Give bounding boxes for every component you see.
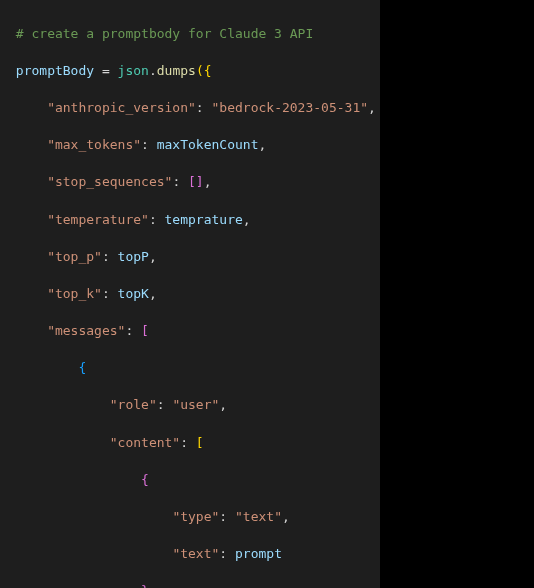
code-line: "max_tokens": maxTokenCount, bbox=[8, 136, 372, 155]
colon-token: : bbox=[219, 509, 235, 524]
string-key-token: "role" bbox=[110, 397, 157, 412]
punct-token: . bbox=[149, 63, 157, 78]
string-key-token: "anthropic_version" bbox=[47, 100, 196, 115]
code-line: "messages": [ bbox=[8, 322, 372, 341]
comma-token: , bbox=[149, 249, 157, 264]
identifier-token: topP bbox=[118, 249, 149, 264]
brace-token: { bbox=[78, 360, 86, 375]
string-key-token: "top_k" bbox=[47, 286, 102, 301]
colon-token: : bbox=[102, 249, 118, 264]
string-key-token: "text" bbox=[172, 546, 219, 561]
brace-token: { bbox=[141, 472, 149, 487]
string-value-token: "user" bbox=[172, 397, 219, 412]
colon-token: : bbox=[180, 435, 196, 450]
function-token: dumps bbox=[157, 63, 196, 78]
string-key-token: "messages" bbox=[47, 323, 125, 338]
colon-token: : bbox=[149, 212, 165, 227]
code-line: "temperature": temprature, bbox=[8, 211, 372, 230]
code-line: { bbox=[8, 359, 372, 378]
comma-token: , bbox=[149, 583, 157, 588]
bracket-token: ({ bbox=[196, 63, 212, 78]
identifier-token: temprature bbox=[165, 212, 243, 227]
code-block-promptbody: # create a promptbody for Claude 3 API p… bbox=[0, 0, 380, 588]
comma-token: , bbox=[243, 212, 251, 227]
code-line: "top_p": topP, bbox=[8, 248, 372, 267]
identifier-token: topK bbox=[118, 286, 149, 301]
bracket-token: ] bbox=[196, 174, 204, 189]
comma-token: , bbox=[368, 100, 376, 115]
colon-token: : bbox=[102, 286, 118, 301]
string-key-token: "top_p" bbox=[47, 249, 102, 264]
code-line: }, bbox=[8, 582, 372, 588]
string-key-token: "type" bbox=[172, 509, 219, 524]
bracket-token: [ bbox=[196, 435, 204, 450]
colon-token: : bbox=[219, 546, 235, 561]
bracket-token: [ bbox=[141, 323, 149, 338]
code-line: "role": "user", bbox=[8, 396, 372, 415]
string-key-token: "temperature" bbox=[47, 212, 149, 227]
operator-token: = bbox=[94, 63, 117, 78]
comma-token: , bbox=[204, 174, 212, 189]
comma-token: , bbox=[219, 397, 227, 412]
identifier-token: maxTokenCount bbox=[157, 137, 259, 152]
colon-token: : bbox=[125, 323, 141, 338]
variable-token: promptBody bbox=[16, 63, 94, 78]
bracket-token: [ bbox=[188, 174, 196, 189]
string-key-token: "stop_sequences" bbox=[47, 174, 172, 189]
code-line: { bbox=[8, 471, 372, 490]
colon-token: : bbox=[172, 174, 188, 189]
identifier-token: prompt bbox=[235, 546, 282, 561]
colon-token: : bbox=[141, 137, 157, 152]
comma-token: , bbox=[258, 137, 266, 152]
code-line: "stop_sequences": [], bbox=[8, 173, 372, 192]
brace-token: } bbox=[141, 583, 149, 588]
code-line: "content": [ bbox=[8, 434, 372, 453]
comma-token: , bbox=[149, 286, 157, 301]
code-line: "text": prompt bbox=[8, 545, 372, 564]
code-line: "anthropic_version": "bedrock-2023-05-31… bbox=[8, 99, 372, 118]
string-value-token: "bedrock-2023-05-31" bbox=[212, 100, 369, 115]
code-line: "type": "text", bbox=[8, 508, 372, 527]
string-value-token: "text" bbox=[235, 509, 282, 524]
string-key-token: "content" bbox=[110, 435, 180, 450]
colon-token: : bbox=[196, 100, 212, 115]
comma-token: , bbox=[282, 509, 290, 524]
colon-token: : bbox=[157, 397, 173, 412]
comment-token: # create a promptbody for Claude 3 API bbox=[16, 26, 313, 41]
code-line: # create a promptbody for Claude 3 API bbox=[8, 25, 372, 44]
string-key-token: "max_tokens" bbox=[47, 137, 141, 152]
module-token: json bbox=[118, 63, 149, 78]
code-line: promptBody = json.dumps({ bbox=[8, 62, 372, 81]
code-line: "top_k": topK, bbox=[8, 285, 372, 304]
